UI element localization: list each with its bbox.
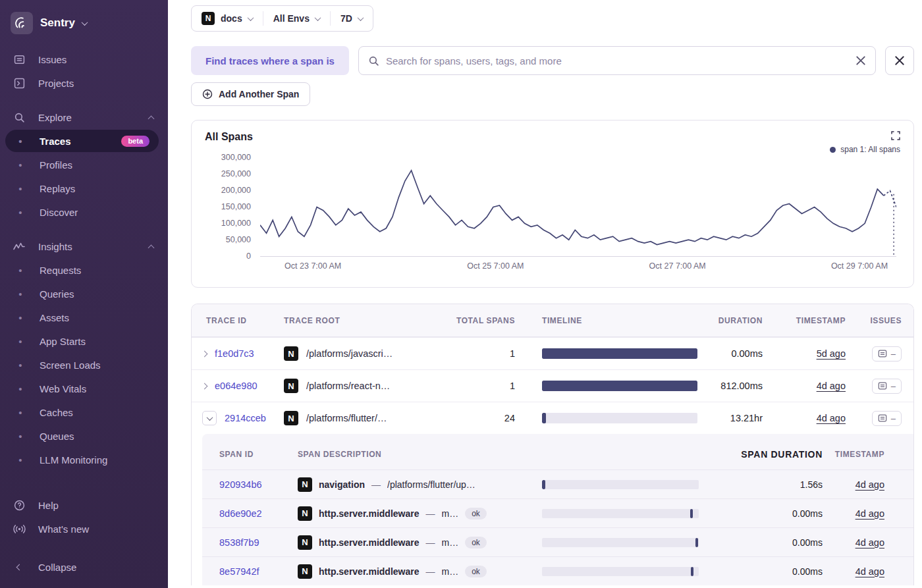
bullet-icon: • (13, 454, 28, 466)
trace-id-link[interactable]: e064e980 (215, 381, 258, 391)
y-tick-label: 50,000 (226, 235, 251, 244)
collapse-row-toggle[interactable] (202, 411, 217, 425)
span-row[interactable]: 8d6e90e2Nhttp.server.middleware—m…ok0.00… (202, 498, 913, 527)
timestamp-link[interactable]: 4d ago (855, 508, 884, 519)
sidebar-item-traces[interactable]: •Tracesbeta (5, 130, 159, 152)
trace-root-text: /platforms/flutter/… (306, 413, 387, 423)
sidebar-item-queries[interactable]: •Queries (5, 282, 159, 305)
insights-icon (12, 242, 26, 251)
sidebar-item-app-starts[interactable]: •App Starts (5, 330, 159, 352)
sidebar-item-help[interactable]: Help (0, 493, 168, 517)
chevron-up-icon[interactable] (149, 241, 153, 252)
trace-root-cell: N/platforms/javascri… (284, 346, 448, 361)
y-tick-label: 150,000 (221, 202, 251, 211)
sidebar-item-web-vitals[interactable]: •Web Vitals (5, 377, 159, 400)
duration-value: 812.00ms (720, 381, 763, 391)
sidebar-item-caches[interactable]: •Caches (5, 401, 159, 423)
bullet-icon: • (13, 336, 28, 347)
timeline-track (542, 348, 697, 359)
span-id-link[interactable]: 8d6e90e2 (219, 508, 262, 519)
timestamp-link[interactable]: 5d ago (817, 348, 846, 359)
col-trace-id: TRACE ID (192, 316, 284, 325)
beta-badge: beta (121, 136, 149, 147)
chart-title: All Spans (205, 131, 253, 143)
timeline-bar (695, 538, 698, 547)
timeline-cell (518, 381, 705, 391)
chevron-right-icon[interactable] (202, 383, 208, 389)
timestamp-link[interactable]: 4d ago (855, 537, 884, 548)
span-duration-cell: 1.56s (706, 479, 828, 490)
project-selector[interactable]: N docs (192, 6, 263, 31)
span-row[interactable]: 920934b6Nnavigation—/platforms/flutter/u… (202, 469, 913, 498)
span-id-link[interactable]: 8538f7b9 (219, 537, 259, 548)
close-button[interactable] (885, 46, 914, 75)
sidebar-item-requests[interactable]: •Requests (5, 259, 159, 281)
bullet-icon: • (13, 360, 28, 371)
issues-count: – (891, 414, 896, 423)
bullet-icon: • (13, 183, 28, 194)
sidebar-item-screen-loads[interactable]: •Screen Loads (5, 354, 159, 376)
issues-button[interactable]: – (872, 411, 902, 426)
main-content: N docs All Envs 7D Find traces where a s… (168, 0, 922, 588)
span-id-link[interactable]: 8e57942f (219, 566, 259, 577)
issues-button[interactable]: – (872, 346, 902, 361)
chevron-down-icon (314, 14, 321, 21)
span-timestamp-cell: 4d ago (828, 508, 914, 520)
sidebar-item-assets[interactable]: •Assets (5, 306, 159, 329)
table-row[interactable]: f1e0d7c3N/platforms/javascri…10.00ms5d a… (192, 337, 913, 369)
sidebar-item-explore[interactable]: Explore (0, 105, 168, 129)
sidebar-item-collapse[interactable]: Collapse (0, 555, 168, 579)
x-tick-label: Oct 27 7:00 AM (649, 261, 706, 271)
issues-button[interactable]: – (872, 379, 902, 394)
timestamp-link[interactable]: 4d ago (817, 413, 846, 423)
timestamp-link[interactable]: 4d ago (855, 566, 884, 577)
date-range-selector[interactable]: 7D (331, 6, 373, 31)
legend-label: span 1: All spans (840, 145, 900, 154)
span-row[interactable]: 8e57942fNhttp.server.middleware—m…ok0.00… (202, 556, 913, 585)
sidebar-nav: IssuesProjectsExplore•Tracesbeta•Profile… (0, 47, 168, 579)
timeline-track (542, 381, 697, 391)
sidebar-item-llm-monitoring[interactable]: •LLM Monitoring (5, 448, 159, 471)
timestamp-link[interactable]: 4d ago (855, 479, 884, 490)
table-row[interactable]: 2914ccebN/platforms/flutter/…2413.21hr4d… (192, 402, 913, 434)
add-another-span-button[interactable]: Add Another Span (191, 82, 310, 106)
sidebar-item-what-s-new[interactable]: What's new (0, 517, 168, 541)
platform-icon: N (284, 346, 298, 361)
chevron-up-icon[interactable] (149, 112, 153, 123)
sidebar-item-label: Collapse (38, 562, 76, 573)
span-row[interactable]: 8538f7b9Nhttp.server.middleware—m…ok0.00… (202, 527, 913, 556)
trace-root-cell: N/platforms/react-n… (284, 379, 448, 393)
expand-chart-icon[interactable] (891, 131, 900, 140)
trace-id-link[interactable]: 2914cceb (225, 413, 266, 423)
trace-id-link[interactable]: f1e0d7c3 (215, 348, 254, 359)
timestamp-cell: 5d ago (781, 348, 860, 360)
total-spans-value: 1 (510, 381, 515, 391)
chevron-right-icon[interactable] (202, 350, 208, 357)
chevron-down-icon (357, 14, 364, 21)
chart-legend[interactable]: span 1: All spans (830, 145, 900, 154)
issues-cell: – (860, 379, 914, 394)
issues-cell: – (860, 346, 914, 361)
separator: — (426, 537, 435, 548)
col-total-spans: TOTAL SPANS (448, 316, 518, 325)
sidebar-item-projects[interactable]: Projects (0, 71, 168, 95)
timeline-bar (542, 381, 697, 391)
table-row[interactable]: e064e980N/platforms/react-n…1812.00ms4d … (192, 369, 913, 402)
col-issues: ISSUES (860, 316, 914, 325)
sidebar-item-issues[interactable]: Issues (0, 47, 168, 71)
sidebar-item-insights[interactable]: Insights (0, 234, 168, 258)
span-description-cell: Nhttp.server.middleware—m…ok (298, 564, 541, 579)
sidebar-item-profiles[interactable]: •Profiles (5, 153, 159, 176)
org-switcher[interactable]: Sentry (0, 9, 168, 47)
sidebar-item-replays[interactable]: •Replays (5, 177, 159, 200)
status-badge: ok (465, 508, 487, 520)
clear-search-icon[interactable] (855, 55, 866, 66)
timestamp-cell: 4d ago (781, 380, 860, 392)
timestamp-link[interactable]: 4d ago (817, 381, 846, 391)
environment-selector[interactable]: All Envs (263, 6, 330, 31)
sidebar-item-queues[interactable]: •Queues (5, 425, 159, 447)
span-id-link[interactable]: 920934b6 (219, 479, 262, 490)
sidebar-item-label: Issues (38, 54, 67, 65)
search-input[interactable] (386, 55, 849, 67)
sidebar-item-discover[interactable]: •Discover (5, 201, 159, 223)
